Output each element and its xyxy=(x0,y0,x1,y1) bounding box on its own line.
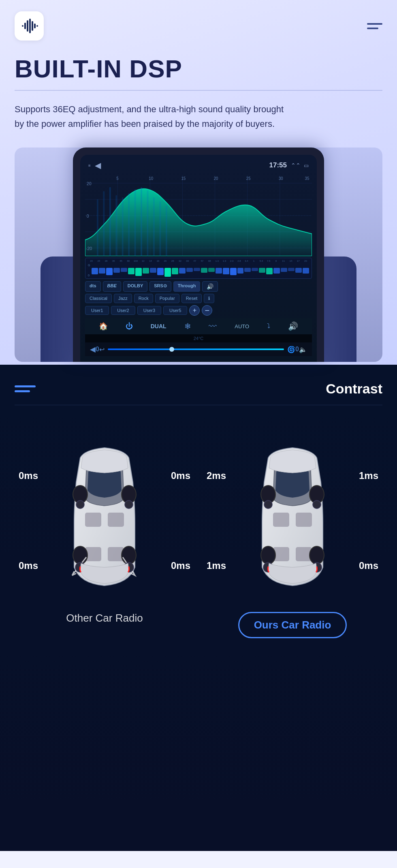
svg-rect-53 xyxy=(273,513,289,527)
dsp-btn-bbe[interactable]: BBE xyxy=(103,281,121,292)
logo-icon xyxy=(15,11,44,41)
header-section: BUILT-IN DSP Supports 36EQ adjustment, a… xyxy=(0,0,397,365)
preset-rock[interactable]: Rock xyxy=(134,294,153,303)
dsp-presets: Classical Jazz Rock Popular Reset ℹ xyxy=(85,294,312,303)
other-car-timing-tl: 0ms xyxy=(19,470,38,481)
dsp-btn-volume[interactable]: 🔊 xyxy=(202,281,218,292)
svg-rect-7 xyxy=(36,25,38,27)
svg-rect-32 xyxy=(115,195,117,256)
dsp-time: 17:55 xyxy=(269,161,287,169)
user-remove-btn[interactable]: − xyxy=(202,305,212,316)
svg-rect-38 xyxy=(153,197,155,256)
preset-jazz[interactable]: Jazz xyxy=(114,294,132,303)
other-car-label: Other Car Radio xyxy=(66,612,143,624)
preset-popular[interactable]: Popular xyxy=(155,294,179,303)
svg-rect-5 xyxy=(32,21,33,31)
our-car-timing-tr: 1ms xyxy=(359,470,378,481)
svg-text:5: 5 xyxy=(116,176,119,181)
other-car-timing-br: 0ms xyxy=(171,560,190,571)
svg-point-63 xyxy=(264,500,272,509)
contrast-lines-icon xyxy=(15,385,36,392)
ac-bar: 🏠 ⏻ DUAL ❄ 〰 AUTO ⤵ 🔊 xyxy=(85,318,312,334)
our-car-visual: 2ms 1ms 1ms 0ms xyxy=(203,434,382,604)
screen-container: ≡ ◀ 17:55 ⌃⌃ ▭ xyxy=(15,148,382,362)
dsp-btn-through[interactable]: Through xyxy=(173,281,201,292)
svg-text:15: 15 xyxy=(181,176,186,181)
hamburger-menu-icon[interactable] xyxy=(367,23,382,29)
svg-rect-54 xyxy=(296,513,312,527)
other-car-visual: 0ms 0ms 0ms 0ms xyxy=(15,434,194,604)
our-car-timing-bl: 1ms xyxy=(207,560,226,571)
svg-rect-2 xyxy=(24,23,26,29)
svg-point-60 xyxy=(309,546,324,564)
our-car-label-btn[interactable]: Ours Car Radio xyxy=(238,612,347,638)
user-add-btn[interactable]: + xyxy=(189,305,200,316)
svg-text:-20: -20 xyxy=(86,246,92,251)
dsp-btn-dolby[interactable]: DOLBY xyxy=(123,281,148,292)
other-car-timing-bl: 0ms xyxy=(19,560,38,571)
page-title: BUILT-IN DSP xyxy=(15,55,382,83)
other-car-svg xyxy=(56,442,153,596)
svg-rect-6 xyxy=(34,24,36,28)
svg-text:20: 20 xyxy=(87,181,92,186)
svg-text:20: 20 xyxy=(214,176,218,181)
svg-rect-4 xyxy=(29,19,31,33)
svg-rect-41 xyxy=(85,513,101,527)
contrast-divider xyxy=(15,405,382,405)
svg-text:25: 25 xyxy=(246,176,251,181)
svg-rect-36 xyxy=(141,187,142,256)
contrast-title: Contrast xyxy=(326,381,382,397)
svg-rect-42 xyxy=(108,513,124,527)
svg-text:35: 35 xyxy=(305,176,309,181)
svg-rect-39 xyxy=(159,201,161,256)
svg-text:10: 10 xyxy=(149,176,153,181)
our-car-svg xyxy=(244,442,341,596)
top-bar xyxy=(15,11,382,41)
ac-temp: 24°C xyxy=(194,336,204,341)
svg-rect-40 xyxy=(166,205,167,256)
our-car-timing-tl: 2ms xyxy=(207,470,226,481)
dsp-unit: ≡ ◀ 17:55 ⌃⌃ ▭ xyxy=(73,148,324,362)
our-car-item: 2ms 1ms 1ms 0ms xyxy=(203,434,382,638)
svg-text:0: 0 xyxy=(87,214,89,218)
user-btn-2[interactable]: User2 xyxy=(111,306,135,315)
svg-point-52 xyxy=(125,500,133,509)
svg-rect-1 xyxy=(22,25,23,27)
svg-text:30: 30 xyxy=(279,176,283,181)
ac-bar2: ◀ 0 ↩ 🌀 0 🔈 xyxy=(85,342,312,356)
cars-comparison: 0ms 0ms 0ms 0ms xyxy=(15,425,382,646)
svg-point-47 xyxy=(73,546,88,564)
contrast-section: Contrast 0ms 0ms 0ms 0ms xyxy=(0,365,397,851)
svg-point-48 xyxy=(122,546,136,564)
preset-info[interactable]: ℹ xyxy=(204,294,214,303)
user-btn-5[interactable]: User5 xyxy=(163,306,187,315)
contrast-header: Contrast xyxy=(15,381,382,397)
svg-rect-34 xyxy=(128,193,130,256)
dsp-btn-srs[interactable]: SRS⊙ xyxy=(149,281,171,292)
svg-point-51 xyxy=(76,500,84,509)
eq-chart: 20 0 -20 5 10 15 20 25 30 xyxy=(85,175,312,256)
svg-rect-29 xyxy=(97,199,98,256)
svg-rect-37 xyxy=(147,190,149,256)
other-car-timing-tr: 0ms xyxy=(171,470,190,481)
user-btn-1[interactable]: User1 xyxy=(85,306,109,315)
dsp-modes: dts BBE DOLBY SRS⊙ Through 🔊 xyxy=(85,281,312,292)
dsp-btn-dts[interactable]: dts xyxy=(85,281,101,292)
user-btn-3[interactable]: User3 xyxy=(137,306,161,315)
svg-rect-30 xyxy=(103,191,105,256)
svg-rect-35 xyxy=(134,189,136,256)
svg-rect-31 xyxy=(109,187,111,256)
ac-mode: AUTO xyxy=(235,323,249,329)
description-text: Supports 36EQ adjustment, and the ultra-… xyxy=(15,102,290,132)
svg-rect-33 xyxy=(122,197,124,256)
svg-rect-3 xyxy=(27,20,28,32)
dsp-screen: ≡ ◀ 17:55 ⌃⌃ ▭ xyxy=(80,155,317,362)
dsp-users: User1 User2 User3 User5 + − xyxy=(85,305,312,316)
svg-point-59 xyxy=(261,546,275,564)
svg-point-64 xyxy=(313,500,321,509)
eq-sliders-area: 20 24 29 35 45 80 100 12 14 16 xyxy=(85,258,312,279)
header-divider xyxy=(15,90,382,91)
preset-reset[interactable]: Reset xyxy=(181,294,202,303)
preset-classical[interactable]: Classical xyxy=(85,294,112,303)
other-car-item: 0ms 0ms 0ms 0ms xyxy=(15,434,194,624)
